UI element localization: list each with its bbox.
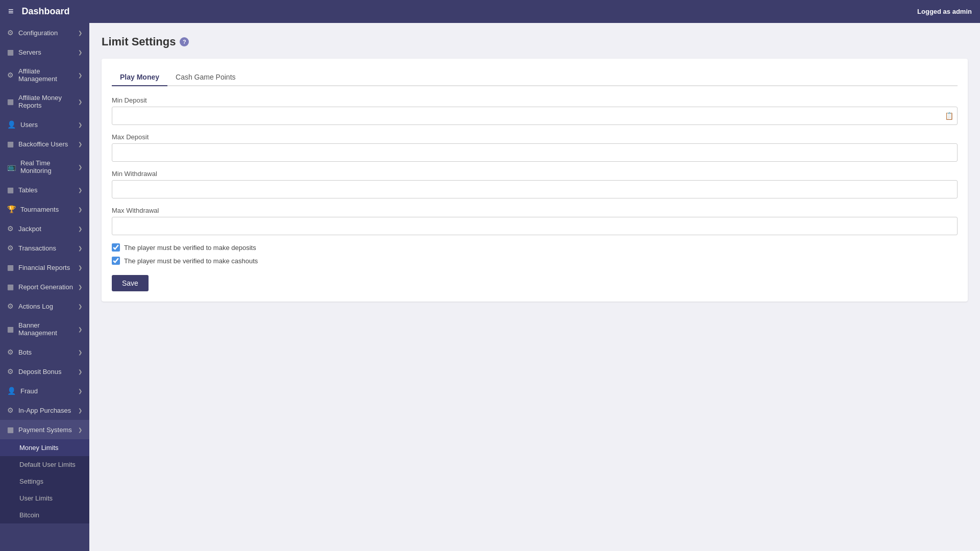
chevron-right-icon: ❯ <box>78 388 82 394</box>
tables-icon: ▦ <box>7 186 14 194</box>
sidebar-subitem-default-user-limits[interactable]: Default User Limits <box>0 456 89 473</box>
min-deposit-group: Min Deposit 📋 <box>112 96 958 125</box>
chevron-right-icon: ❯ <box>78 187 82 193</box>
topbar-user: Logged as admin <box>917 8 972 15</box>
sidebar-item-label: Payment Systems <box>18 426 72 434</box>
sidebar: ⚙ Configuration ❯ ▦ Servers ❯ ⚙ Affiliat… <box>0 23 89 551</box>
sidebar-item-affiliate-money-reports[interactable]: ▦ Affiliate Money Reports ❯ <box>0 88 89 115</box>
min-withdrawal-input[interactable] <box>112 180 958 198</box>
sidebar-item-label: Financial Reports <box>18 264 70 271</box>
financial-reports-icon: ▦ <box>7 263 14 271</box>
jackpot-icon: ⚙ <box>7 224 14 233</box>
chevron-right-icon: ❯ <box>78 164 82 170</box>
app-title: Dashboard <box>22 6 70 17</box>
max-deposit-input[interactable] <box>112 143 958 162</box>
min-deposit-input[interactable] <box>112 107 958 125</box>
sidebar-item-label: Servers <box>18 48 41 56</box>
sidebar-item-report-generation[interactable]: ▦ Report Generation ❯ <box>0 277 89 296</box>
rtm-icon: 📺 <box>7 163 16 171</box>
chevron-right-icon: ❯ <box>78 369 82 374</box>
sidebar-item-real-time-monitoring[interactable]: 📺 Real Time Monitoring ❯ <box>0 154 89 180</box>
in-app-purchases-icon: ⚙ <box>7 406 14 414</box>
checkbox-cashouts-row: The player must be verified to make cash… <box>112 257 958 265</box>
topbar-left: ≡ Dashboard <box>8 6 70 17</box>
sidebar-item-label: Affiliate Money Reports <box>18 94 78 109</box>
chevron-right-icon: ❯ <box>78 30 82 36</box>
min-withdrawal-label: Min Withdrawal <box>112 170 958 178</box>
sidebar-item-jackpot[interactable]: ⚙ Jackpot ❯ <box>0 219 89 238</box>
hamburger-icon[interactable]: ≡ <box>8 6 14 17</box>
max-withdrawal-label: Max Withdrawal <box>112 207 958 214</box>
checkbox-deposits-row: The player must be verified to make depo… <box>112 243 958 252</box>
sidebar-item-in-app-purchases[interactable]: ⚙ In-App Purchases ❯ <box>0 400 89 420</box>
max-withdrawal-group: Max Withdrawal <box>112 207 958 235</box>
sidebar-item-servers[interactable]: ▦ Servers ❯ <box>0 42 89 62</box>
sidebar-item-label: Report Generation <box>18 283 73 291</box>
sidebar-item-label: Transactions <box>18 244 56 252</box>
verified-cashouts-label: The player must be verified to make cash… <box>124 257 258 265</box>
sidebar-item-label: Banner Management <box>18 321 78 337</box>
sidebar-item-bots[interactable]: ⚙ Bots ❯ <box>0 342 89 362</box>
chevron-right-icon: ❯ <box>78 245 82 251</box>
sidebar-item-label: In-App Purchases <box>18 407 71 414</box>
sidebar-item-payment-systems[interactable]: ▦ Payment Systems ❯ <box>0 420 89 439</box>
verified-deposits-label: The player must be verified to make depo… <box>124 244 256 252</box>
tab-cash-game-points[interactable]: Cash Game Points <box>167 69 244 86</box>
chevron-down-icon: ❯ <box>78 427 82 433</box>
sidebar-item-fraud[interactable]: 👤 Fraud ❯ <box>0 381 89 400</box>
chevron-right-icon: ❯ <box>78 349 82 355</box>
payment-systems-icon: ▦ <box>7 425 14 434</box>
min-withdrawal-group: Min Withdrawal <box>112 170 958 198</box>
affiliate-management-icon: ⚙ <box>7 71 14 79</box>
sidebar-subitem-money-limits[interactable]: Money Limits <box>0 439 89 456</box>
sidebar-item-financial-reports[interactable]: ▦ Financial Reports ❯ <box>0 258 89 277</box>
min-deposit-wrapper: 📋 <box>112 107 958 125</box>
sidebar-item-users[interactable]: 👤 Users ❯ <box>0 115 89 134</box>
sidebar-item-label: Configuration <box>18 29 58 37</box>
chevron-right-icon: ❯ <box>78 72 82 78</box>
limit-settings-card: Play Money Cash Game Points Min Deposit … <box>102 59 968 302</box>
chevron-right-icon: ❯ <box>78 327 82 332</box>
sidebar-item-tables[interactable]: ▦ Tables ❯ <box>0 180 89 199</box>
max-deposit-label: Max Deposit <box>112 133 958 141</box>
save-button[interactable]: Save <box>112 275 149 291</box>
min-deposit-label: Min Deposit <box>112 96 958 104</box>
sidebar-item-label: Fraud <box>20 387 38 395</box>
max-withdrawal-input[interactable] <box>112 217 958 235</box>
verified-cashouts-checkbox[interactable] <box>112 257 120 265</box>
help-icon[interactable]: ? <box>180 37 189 46</box>
backoffice-users-icon: ▦ <box>7 140 14 148</box>
page-title: Limit Settings <box>102 35 176 48</box>
chevron-right-icon: ❯ <box>78 226 82 232</box>
main-content: Limit Settings ? Play Money Cash Game Po… <box>89 23 980 551</box>
sidebar-item-label: Affiliate Management <box>18 67 78 83</box>
sidebar-item-tournaments[interactable]: 🏆 Tournaments ❯ <box>0 199 89 219</box>
affiliate-money-reports-icon: ▦ <box>7 97 14 106</box>
sidebar-item-backoffice-users[interactable]: ▦ Backoffice Users ❯ <box>0 134 89 154</box>
users-icon: 👤 <box>7 120 16 129</box>
sidebar-subitem-bitcoin[interactable]: Bitcoin <box>0 507 89 523</box>
topbar: ≡ Dashboard Logged as admin <box>0 0 980 23</box>
layout: ⚙ Configuration ❯ ▦ Servers ❯ ⚙ Affiliat… <box>0 23 980 551</box>
max-deposit-wrapper <box>112 143 958 162</box>
sidebar-item-configuration[interactable]: ⚙ Configuration ❯ <box>0 23 89 42</box>
sidebar-subitem-settings[interactable]: Settings <box>0 473 89 490</box>
page-title-row: Limit Settings ? <box>102 35 968 48</box>
sidebar-item-banner-management[interactable]: ▦ Banner Management ❯ <box>0 316 89 342</box>
sidebar-item-deposit-bonus[interactable]: ⚙ Deposit Bonus ❯ <box>0 362 89 381</box>
sidebar-subitem-user-limits[interactable]: User Limits <box>0 490 89 507</box>
tab-play-money[interactable]: Play Money <box>112 69 167 86</box>
servers-icon: ▦ <box>7 48 14 56</box>
sidebar-item-actions-log[interactable]: ⚙ Actions Log ❯ <box>0 296 89 316</box>
sidebar-item-label: Real Time Monitoring <box>20 159 78 174</box>
tabs: Play Money Cash Game Points <box>112 69 958 86</box>
sidebar-item-label: Tables <box>18 186 38 194</box>
sidebar-item-transactions[interactable]: ⚙ Transactions ❯ <box>0 238 89 258</box>
chevron-right-icon: ❯ <box>78 141 82 147</box>
verified-deposits-checkbox[interactable] <box>112 243 120 252</box>
chevron-right-icon: ❯ <box>78 49 82 55</box>
sidebar-item-affiliate-management[interactable]: ⚙ Affiliate Management ❯ <box>0 62 89 88</box>
chevron-right-icon: ❯ <box>78 284 82 290</box>
chevron-right-icon: ❯ <box>78 265 82 270</box>
sidebar-item-label: Bots <box>18 348 32 356</box>
